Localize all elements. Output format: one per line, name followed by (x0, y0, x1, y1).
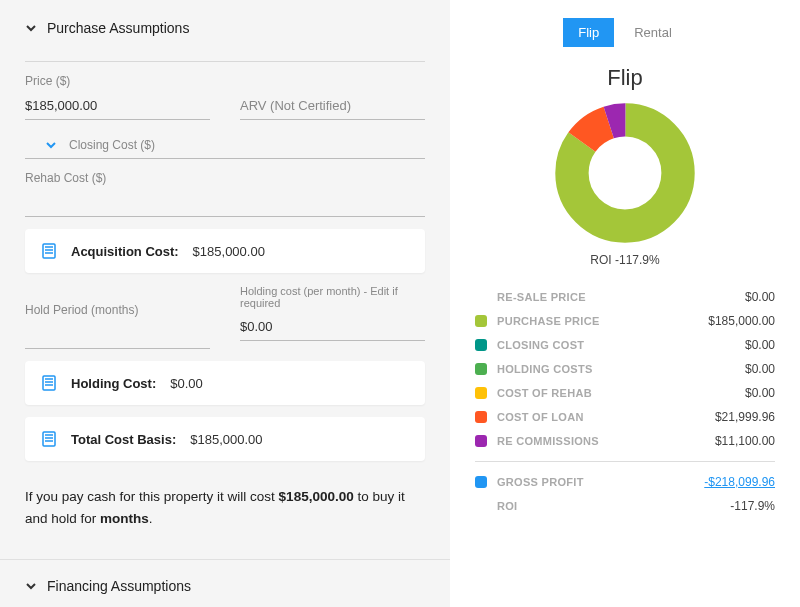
svg-rect-0 (43, 244, 55, 258)
rehab-cost-value[interactable] (25, 191, 425, 217)
legend-row: HOLDING COSTS$0.00 (475, 357, 775, 381)
purchase-assumptions-panel: Purchase Assumptions Price ($) $185,000.… (0, 0, 450, 607)
legend-swatch (475, 363, 487, 375)
holding-cost-value: $0.00 (170, 376, 203, 391)
acquisition-cost-card: Acquisition Cost: $185,000.00 (25, 229, 425, 273)
legend-value: $185,000.00 (708, 314, 775, 328)
holding-per-month-field[interactable]: Holding cost (per month) - Edit if requi… (240, 285, 425, 349)
financing-assumptions-title: Financing Assumptions (47, 578, 191, 594)
hold-period-label: Hold Period (months) (25, 303, 210, 317)
financing-assumptions-header[interactable]: Financing Assumptions (25, 578, 425, 594)
holding-per-month-value[interactable]: $0.00 (240, 315, 425, 341)
holding-cost-label: Holding Cost: (71, 376, 156, 391)
rehab-cost-field[interactable]: Rehab Cost ($) (25, 171, 425, 217)
legend-swatch (475, 315, 487, 327)
price-field[interactable]: Price ($) $185,000.00 (25, 74, 210, 120)
legend-value: $0.00 (745, 290, 775, 304)
legend-row: RE COMMISSIONS$11,100.00 (475, 429, 775, 453)
legend: RE-SALE PRICE$0.00PURCHASE PRICE$185,000… (475, 285, 775, 518)
roi-label: ROI (497, 500, 730, 512)
rehab-cost-label: Rehab Cost ($) (25, 171, 425, 185)
legend-row: COST OF REHAB$0.00 (475, 381, 775, 405)
legend-row: CLOSING COST$0.00 (475, 333, 775, 357)
legend-value: $11,100.00 (715, 434, 775, 448)
divider (25, 61, 425, 62)
calculator-icon (41, 375, 57, 391)
roi-value: -117.9% (730, 499, 775, 513)
chevron-down-icon (25, 580, 37, 592)
total-cost-label: Total Cost Basis: (71, 432, 176, 447)
arv-label (240, 74, 425, 88)
hold-period-value[interactable] (25, 323, 210, 349)
analysis-tabs: Flip Rental (475, 18, 775, 47)
gross-profit-row: GROSS PROFIT-$218,099.96 (475, 470, 775, 494)
price-value[interactable]: $185,000.00 (25, 94, 210, 120)
price-label: Price ($) (25, 74, 210, 88)
chevron-down-icon (45, 139, 57, 151)
legend-swatch (475, 291, 487, 303)
roi-caption: ROI -117.9% (475, 253, 775, 267)
svg-point-14 (572, 120, 678, 226)
closing-cost-label: Closing Cost ($) (69, 138, 155, 152)
pie-chart-icon (555, 103, 695, 243)
arv-placeholder[interactable]: ARV (Not Certified) (240, 94, 425, 120)
legend-value: $0.00 (745, 338, 775, 352)
total-cost-card: Total Cost Basis: $185,000.00 (25, 417, 425, 461)
purchase-assumptions-title: Purchase Assumptions (47, 20, 189, 36)
legend-swatch (475, 411, 487, 423)
gross-profit-value[interactable]: -$218,099.96 (704, 475, 775, 489)
holding-per-month-label: Holding cost (per month) - Edit if requi… (240, 285, 425, 309)
summary-text: If you pay cash for this property it wil… (25, 486, 425, 529)
svg-rect-4 (43, 376, 55, 390)
legend-swatch (475, 500, 487, 512)
legend-row: RE-SALE PRICE$0.00 (475, 285, 775, 309)
closing-cost-row[interactable]: Closing Cost ($) (25, 130, 425, 159)
holding-cost-card: Holding Cost: $0.00 (25, 361, 425, 405)
donut-chart (475, 103, 775, 243)
legend-label: RE-SALE PRICE (497, 291, 745, 303)
legend-row: PURCHASE PRICE$185,000.00 (475, 309, 775, 333)
legend-value: $21,999.96 (715, 410, 775, 424)
svg-rect-8 (43, 432, 55, 446)
legend-swatch (475, 435, 487, 447)
chevron-down-icon (25, 22, 37, 34)
legend-label: CLOSING COST (497, 339, 745, 351)
chart-title: Flip (475, 65, 775, 91)
legend-row: COST OF LOAN$21,999.96 (475, 405, 775, 429)
purchase-assumptions-header[interactable]: Purchase Assumptions (25, 20, 425, 36)
legend-swatch (475, 476, 487, 488)
legend-swatch (475, 387, 487, 399)
divider (475, 461, 775, 462)
total-cost-value: $185,000.00 (190, 432, 262, 447)
legend-label: HOLDING COSTS (497, 363, 745, 375)
legend-label: COST OF REHAB (497, 387, 745, 399)
legend-label: PURCHASE PRICE (497, 315, 708, 327)
arv-field[interactable]: ARV (Not Certified) (240, 74, 425, 120)
roi-row: ROI-117.9% (475, 494, 775, 518)
legend-swatch (475, 339, 487, 351)
legend-label: RE COMMISSIONS (497, 435, 715, 447)
legend-value: $0.00 (745, 386, 775, 400)
tab-rental[interactable]: Rental (619, 18, 687, 47)
legend-value: $0.00 (745, 362, 775, 376)
gross-profit-label: GROSS PROFIT (497, 476, 704, 488)
calculator-icon (41, 243, 57, 259)
calculator-icon (41, 431, 57, 447)
divider (0, 559, 450, 560)
tab-flip[interactable]: Flip (563, 18, 614, 47)
acquisition-cost-label: Acquisition Cost: (71, 244, 179, 259)
acquisition-cost-value: $185,000.00 (193, 244, 265, 259)
legend-label: COST OF LOAN (497, 411, 715, 423)
analysis-panel: Flip Rental Flip ROI -117.9% RE-SALE PRI… (450, 0, 800, 607)
hold-period-field[interactable]: Hold Period (months) (25, 285, 210, 349)
